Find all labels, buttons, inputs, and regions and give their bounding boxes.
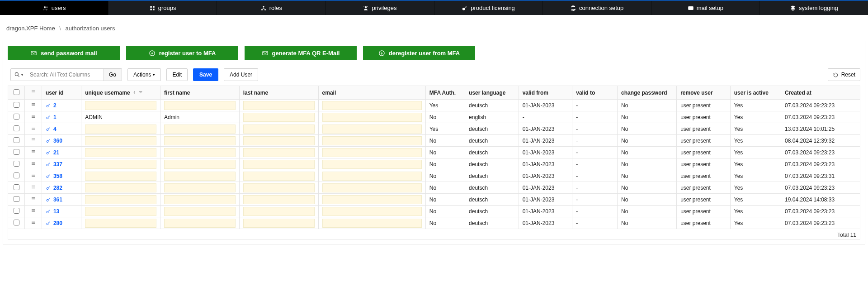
cell-email-input[interactable] (322, 183, 422, 192)
row-select-cell[interactable] (8, 206, 25, 217)
cell-first-name[interactable] (160, 100, 240, 111)
row-select-checkbox[interactable] (14, 161, 19, 167)
cell-user-id[interactable]: 361 (42, 194, 81, 206)
row-select-checkbox[interactable] (14, 114, 19, 120)
row-menu-cell[interactable] (25, 147, 42, 158)
row-menu-cell[interactable] (25, 123, 42, 135)
cell-last-name[interactable] (239, 194, 318, 206)
row-select-checkbox[interactable] (14, 102, 19, 108)
nav-tab-system-logging[interactable]: system logging (760, 1, 868, 15)
user-id-link[interactable]: 280 (46, 220, 77, 226)
row-menu-cell[interactable] (25, 100, 42, 111)
cell-last-name-input[interactable] (243, 207, 315, 216)
cell-unique-username[interactable] (81, 217, 160, 229)
user-id-link[interactable]: 2 (46, 102, 77, 109)
cell-first-name-input[interactable] (164, 195, 236, 204)
cell-user-id[interactable]: 358 (42, 170, 81, 182)
cell-email-input[interactable] (322, 148, 422, 157)
cell-email-input[interactable] (322, 207, 422, 216)
cell-unique-username[interactable] (81, 123, 160, 135)
col-header-mfa[interactable]: MFA Auth. (425, 86, 465, 100)
row-select-cell[interactable] (8, 158, 25, 170)
cell-first-name-input[interactable] (164, 136, 236, 145)
cell-user-id[interactable]: 21 (42, 147, 81, 158)
cell-unique-username-input[interactable] (85, 195, 156, 204)
add-user-button[interactable]: Add User (224, 68, 258, 81)
cell-unique-username-input[interactable] (85, 219, 156, 228)
row-menu-cell[interactable] (25, 182, 42, 194)
cell-email[interactable] (318, 217, 425, 229)
cell-email[interactable] (318, 123, 425, 135)
row-select-cell[interactable] (8, 182, 25, 194)
nav-tab-mail-setup[interactable]: mail setup (651, 1, 760, 15)
row-menu-cell[interactable] (25, 111, 42, 123)
cell-last-name[interactable] (239, 217, 318, 229)
cell-email-input[interactable] (322, 172, 422, 181)
cell-last-name[interactable] (239, 206, 318, 217)
cell-unique-username[interactable] (81, 158, 160, 170)
cell-unique-username-input[interactable] (85, 136, 156, 145)
cell-first-name-input[interactable] (164, 183, 236, 192)
cell-user-id[interactable]: 360 (42, 135, 81, 147)
breadcrumb-home[interactable]: dragon.XPF Home (6, 25, 55, 32)
row-select-cell[interactable] (8, 111, 25, 123)
col-header-valid-from[interactable]: valid from (519, 86, 572, 100)
row-select-checkbox[interactable] (14, 149, 19, 155)
cell-unique-username-input[interactable] (85, 125, 156, 134)
col-header-select-all[interactable] (8, 86, 25, 100)
col-header-user-id[interactable]: user id (42, 86, 81, 100)
col-header-remove-user[interactable]: remove user (677, 86, 731, 100)
row-select-checkbox[interactable] (14, 220, 19, 225)
nav-tab-product-licensing[interactable]: product licensing (434, 1, 543, 15)
cell-last-name[interactable] (239, 182, 318, 194)
row-menu-cell[interactable] (25, 170, 42, 182)
cell-first-name[interactable] (160, 135, 240, 147)
cell-unique-username[interactable] (81, 182, 160, 194)
cell-last-name-input[interactable] (243, 195, 315, 204)
cell-first-name-input[interactable] (164, 172, 236, 181)
nav-tab-groups[interactable]: groups (108, 1, 217, 15)
cell-email[interactable] (318, 194, 425, 206)
row-select-checkbox[interactable] (14, 125, 19, 131)
user-id-link[interactable]: 361 (46, 196, 77, 203)
edit-button[interactable]: Edit (166, 68, 188, 81)
cell-first-name-input[interactable] (164, 101, 236, 110)
cell-user-id[interactable]: 337 (42, 158, 81, 170)
cell-first-name[interactable] (160, 123, 240, 135)
cell-unique-username[interactable] (81, 135, 160, 147)
cell-email[interactable] (318, 100, 425, 111)
cell-first-name[interactable] (160, 158, 240, 170)
cell-first-name[interactable] (160, 147, 240, 158)
row-select-cell[interactable] (8, 147, 25, 158)
cell-user-id[interactable]: 2 (42, 100, 81, 111)
col-header-unique-username[interactable]: unique username (81, 86, 160, 100)
user-id-link[interactable]: 4 (46, 126, 77, 132)
col-header-created-at[interactable]: Created at (781, 86, 860, 100)
cell-last-name[interactable] (239, 147, 318, 158)
col-header-language[interactable]: user language (465, 86, 519, 100)
user-id-link[interactable]: 21 (46, 149, 77, 156)
row-select-checkbox[interactable] (14, 196, 19, 202)
nav-tab-connection-setup[interactable]: connection setup (543, 1, 651, 15)
cell-first-name-input[interactable] (164, 160, 236, 169)
row-menu-cell[interactable] (25, 135, 42, 147)
cell-unique-username[interactable] (81, 206, 160, 217)
col-header-change-pwd[interactable]: change password (618, 86, 677, 100)
nav-tab-users[interactable]: users (0, 1, 108, 15)
user-id-link[interactable]: 358 (46, 173, 77, 179)
cell-last-name-input[interactable] (243, 136, 315, 145)
row-select-checkbox[interactable] (14, 137, 19, 143)
nav-tab-privileges[interactable]: privileges (326, 1, 434, 15)
user-id-link[interactable]: 360 (46, 138, 77, 144)
col-header-first-name[interactable]: first name (160, 86, 240, 100)
cell-last-name-input[interactable] (243, 160, 315, 169)
user-id-link[interactable]: 13 (46, 208, 77, 215)
row-menu-cell[interactable] (25, 206, 42, 217)
row-select-cell[interactable] (8, 123, 25, 135)
row-select-cell[interactable] (8, 100, 25, 111)
row-select-cell[interactable] (8, 217, 25, 229)
cell-email-input[interactable] (322, 101, 422, 110)
cell-last-name-input[interactable] (243, 148, 315, 157)
cell-first-name[interactable] (160, 194, 240, 206)
cell-last-name-input[interactable] (243, 172, 315, 181)
